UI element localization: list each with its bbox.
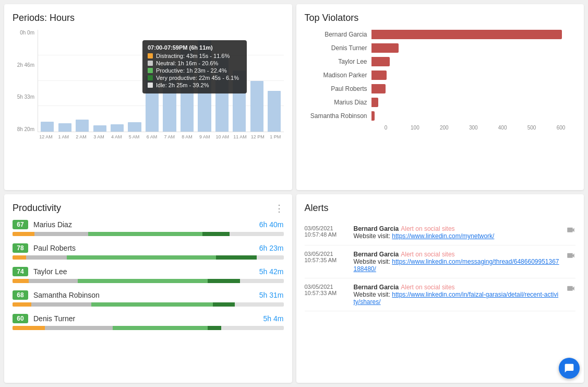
chat-button[interactable] xyxy=(559,358,580,379)
periods-card: Periods: Hours 8h 20m 5h 33m 2h 46m 0h 0… xyxy=(4,4,292,190)
alerts-list: 03/05/202110:57:48 AMBernard GarciaAlert… xyxy=(305,220,576,311)
bg-bar xyxy=(93,125,106,132)
prod-name: Marius Diaz xyxy=(33,220,254,229)
prod-name: Paul Roberts xyxy=(33,244,254,252)
x-label: 12 PM xyxy=(249,134,266,139)
x-label: 6 AM xyxy=(143,134,160,139)
alert-video-icon xyxy=(566,251,575,260)
productivity-list: 67Marius Diaz6h 40m78Paul Roberts6h 23m7… xyxy=(13,220,284,330)
inner-bar xyxy=(111,124,124,132)
inner-bar xyxy=(128,122,141,132)
h-bar-label: Paul Roberts xyxy=(305,85,367,92)
bar-wrapper xyxy=(74,120,90,132)
prod-bar-fill xyxy=(13,326,284,330)
alert-datetime: 03/05/202110:57:35 AM xyxy=(305,251,347,263)
y-label-3: 0h 0m xyxy=(13,30,38,36)
prod-time: 6h 23m xyxy=(259,244,284,252)
tooltip-row-label: Idle: 2h 25m - 39.2% xyxy=(156,82,209,88)
bg-bar xyxy=(76,120,89,132)
h-bar-label: Marius Diaz xyxy=(305,99,367,106)
alert-url[interactable]: https://www.linkedin.com/mynetwork/ xyxy=(392,232,494,240)
axis-100: 100 xyxy=(400,125,429,131)
x-label: 12 AM xyxy=(38,134,54,139)
prod-bar-bg xyxy=(13,279,284,283)
bar-wrapper xyxy=(56,123,73,132)
violators-card: Top Violators Bernard GarciaDenis Turner… xyxy=(296,4,584,190)
alert-detail: Website visit: xyxy=(354,258,390,265)
h-bar-label: Samantha Robinson xyxy=(305,112,367,120)
prod-item-header: 74Taylor Lee5h 42m xyxy=(13,267,284,276)
tooltip-row-label: Very productive: 22m 45s - 6.1% xyxy=(156,75,239,81)
list-item: 03/05/202110:57:33 AMBernard GarciaAlert… xyxy=(305,278,576,311)
list-item: 03/05/202110:57:48 AMBernard GarciaAlert… xyxy=(305,220,576,245)
bar-wrapper xyxy=(126,122,142,132)
h-bar-fill xyxy=(371,30,562,39)
axis-200: 200 xyxy=(429,125,459,131)
alerts-card: Alerts 03/05/202110:57:48 AMBernard Garc… xyxy=(296,194,584,383)
h-bar-fill xyxy=(371,111,375,121)
list-item: 67Marius Diaz6h 40m xyxy=(13,220,284,236)
violators-title: Top Violators xyxy=(305,13,576,24)
bar-wrapper xyxy=(91,125,107,132)
prod-item-header: 67Marius Diaz6h 40m xyxy=(13,220,284,229)
bar-group xyxy=(39,30,55,132)
tooltip-row-label: Neutral: 1h 16m - 20.6% xyxy=(156,60,218,66)
bar-group xyxy=(74,30,90,132)
bar-wrapper xyxy=(39,122,55,132)
prod-bar-seg xyxy=(31,302,91,307)
h-bar-fill xyxy=(371,71,387,80)
axis-500: 500 xyxy=(517,125,546,131)
prod-bar-seg xyxy=(45,326,113,330)
tooltip-dot xyxy=(148,75,153,80)
bg-bar xyxy=(250,81,263,132)
bar-wrapper xyxy=(249,81,265,132)
list-item: 60Denis Turner5h 4m xyxy=(13,314,284,330)
tooltip-row: Very productive: 22m 45s - 6.1% xyxy=(148,75,242,81)
prod-time: 5h 42m xyxy=(259,267,284,276)
alert-type: Alert on social sites xyxy=(401,284,454,291)
axis-0: 0 xyxy=(371,125,401,131)
prod-bar-seg xyxy=(208,326,221,330)
alert-name: Bernard Garcia xyxy=(354,225,399,232)
inner-bar xyxy=(250,81,263,132)
prod-item-header: 60Denis Turner5h 4m xyxy=(13,314,284,323)
list-item: 74Taylor Lee5h 42m xyxy=(13,267,284,283)
prod-bar-seg xyxy=(13,232,34,236)
dashboard: Periods: Hours 8h 20m 5h 33m 2h 46m 0h 0… xyxy=(0,0,588,387)
prod-bar-bg xyxy=(13,302,284,307)
tooltip-row: Distracting: 43m 15s - 11.6% xyxy=(148,53,242,59)
bar-group xyxy=(109,30,125,132)
productivity-menu[interactable]: ⋮ xyxy=(274,204,284,213)
h-bar-fill xyxy=(371,57,390,66)
grid-line-25 xyxy=(38,105,284,106)
alert-datetime: 03/05/202110:57:33 AM xyxy=(305,284,347,296)
inner-bar xyxy=(41,122,54,132)
alert-content: Bernard GarciaAlert on social sitesWebsi… xyxy=(354,225,560,240)
bg-bar xyxy=(268,91,281,132)
prod-bar-bg xyxy=(13,326,284,330)
prod-bar-seg xyxy=(213,302,235,307)
bar-group xyxy=(56,30,73,132)
x-axis: 12 AM1 AM2 AM3 AM4 AM5 AM6 AM7 AM8 AM9 A… xyxy=(38,134,284,139)
prod-bar-seg xyxy=(91,302,213,307)
alert-detail: Website visit: xyxy=(354,291,390,298)
list-item: 68Samantha Robinson5h 31m xyxy=(13,290,284,307)
productivity-header: Productivity ⋮ xyxy=(13,203,284,214)
prod-time: 6h 40m xyxy=(259,220,284,229)
violators-chart: Bernard GarciaDenis TurnerTaylor LeeMadi… xyxy=(305,30,576,121)
tooltip-rows: Distracting: 43m 15s - 11.6%Neutral: 1h … xyxy=(148,53,242,88)
bar-group xyxy=(91,30,107,132)
h-bar-row: Denis Turner xyxy=(305,43,576,53)
alert-name: Bernard Garcia xyxy=(354,251,399,258)
alert-content: Bernard GarciaAlert on social sitesWebsi… xyxy=(354,251,560,273)
tooltip-dot xyxy=(148,61,153,66)
h-bar-track xyxy=(371,98,576,107)
prod-name: Samantha Robinson xyxy=(33,291,254,299)
h-bar-row: Madison Parker xyxy=(305,71,576,80)
y-label-2: 2h 46m xyxy=(13,62,38,68)
productivity-title: Productivity xyxy=(13,203,61,214)
bg-bar xyxy=(41,122,54,132)
violators-axis: 0 100 200 300 400 500 600 xyxy=(371,125,576,131)
h-bar-track xyxy=(371,71,576,80)
prod-score: 68 xyxy=(13,290,28,300)
